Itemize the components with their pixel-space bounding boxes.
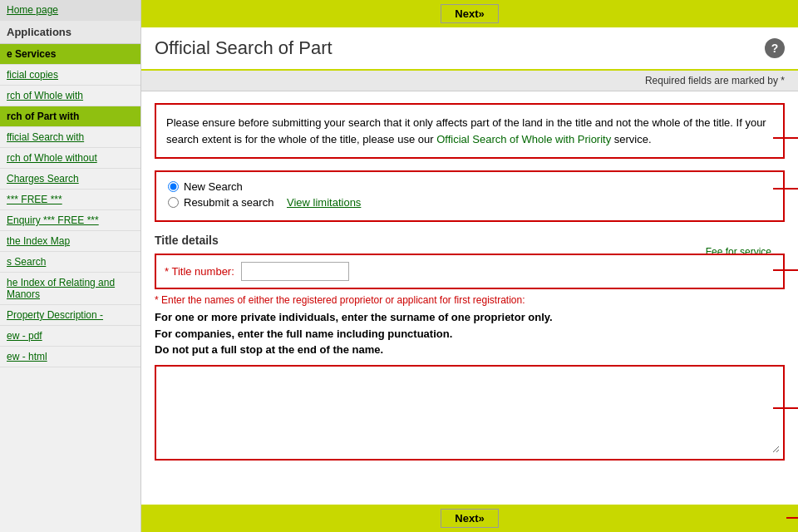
new-search-radio[interactable] (168, 181, 179, 192)
required-fields-note: Required fields are marked by * (645, 75, 785, 86)
sidebar-item-3[interactable]: fficial Search with (0, 127, 140, 148)
resubmit-label: Resubmit a search (184, 196, 273, 209)
sidebar: Home page Applications e Services ficial… (0, 0, 141, 532)
textarea-box (155, 365, 785, 461)
instruction-line1: For one or more private individuals, ent… (155, 311, 553, 323)
sidebar-item-6[interactable]: *** FREE *** (0, 190, 140, 210)
main-content: Next» Official Search of Part ? Required… (141, 0, 798, 532)
sidebar-item-4[interactable]: rch of Whole without (0, 148, 140, 169)
warning-box: Please ensure before submitting your sea… (155, 103, 785, 159)
sidebar-item-2[interactable]: rch of Part with (0, 106, 140, 127)
official-search-whole-link[interactable]: Official Search of Whole with Priority (436, 133, 611, 145)
warning-text2: service. (611, 133, 651, 145)
sidebar-applications-header: Applications (0, 21, 140, 44)
view-limitations-link[interactable]: View limitations (287, 196, 361, 209)
proprietor-note: * Enter the names of either the register… (155, 294, 785, 306)
title-number-input[interactable] (241, 262, 349, 281)
sidebar-item-10[interactable]: he Index of Relating and Manors (0, 273, 140, 305)
instruction-line3: Do not put a full stop at the end of the… (155, 343, 383, 356)
content-area: Please ensure before submitting your sea… (141, 91, 798, 505)
sidebar-item-8[interactable]: the Index Map (0, 231, 140, 252)
sidebar-item-0[interactable]: ficial copies (0, 65, 140, 86)
bottom-next-button[interactable]: Next» (441, 509, 498, 528)
help-icon[interactable]: ? (765, 38, 785, 58)
sidebar-item-5[interactable]: Charges Search (0, 169, 140, 190)
search-type-box: New Search Resubmit a search View limita… (155, 170, 785, 222)
bottom-bar: Next» (141, 505, 798, 532)
title-number-label: * Title number: (165, 265, 234, 278)
sidebar-item-1[interactable]: rch of Whole with (0, 86, 140, 106)
sidebar-item-services[interactable]: e Services (0, 44, 140, 65)
sidebar-item-7[interactable]: Enquiry *** FREE *** (0, 210, 140, 231)
instruction-line2: For companies, enter the full name inclu… (155, 328, 452, 340)
proprietor-textarea[interactable] (160, 370, 780, 453)
title-number-row: * Title number: (155, 254, 785, 289)
resubmit-radio[interactable] (168, 197, 179, 208)
top-bar: Next» (141, 0, 798, 27)
sidebar-item-9[interactable]: s Search (0, 252, 140, 273)
proprietor-instructions: For one or more private individuals, ent… (155, 309, 785, 358)
sidebar-item-11[interactable]: Property Description - (0, 305, 140, 326)
sidebar-item-12[interactable]: ew - pdf (0, 326, 140, 347)
top-next-button[interactable]: Next» (441, 4, 498, 23)
title-details-header: Title details (155, 234, 785, 247)
page-title-bar: Official Search of Part ? (141, 27, 798, 71)
sidebar-item-13[interactable]: ew - html (0, 347, 140, 367)
page-title: Official Search of Part (155, 37, 332, 59)
required-fields-bar: Required fields are marked by * (141, 71, 798, 91)
sidebar-item-home[interactable]: Home page (0, 0, 140, 21)
new-search-label: New Search (184, 180, 243, 193)
